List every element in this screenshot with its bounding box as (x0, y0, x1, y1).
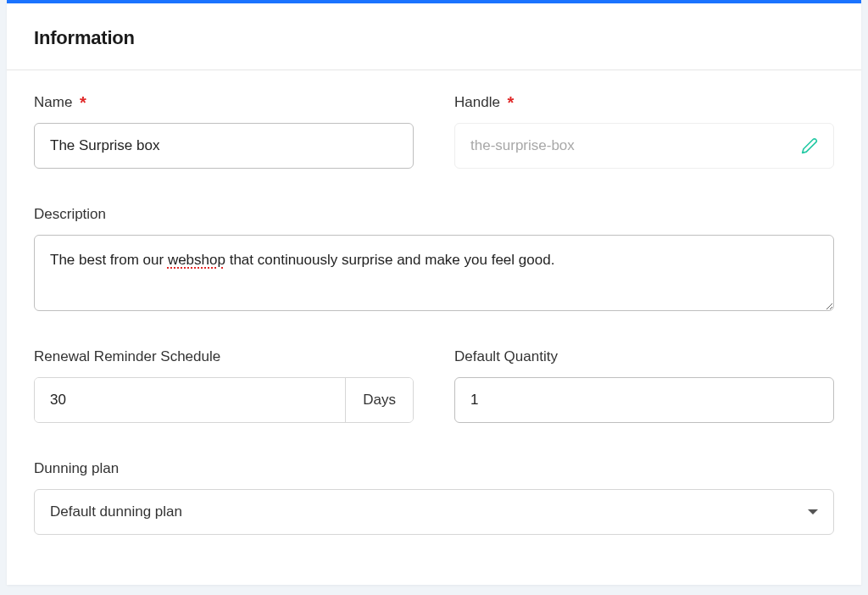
name-label-wrap: Name * (34, 94, 414, 111)
row-dunning: Dunning plan Default dunning plan (34, 460, 834, 535)
section-title: Information (34, 27, 834, 49)
handle-readonly-field: the-surprise-box (454, 123, 834, 169)
name-label: Name (34, 94, 72, 110)
required-mark: * (80, 93, 86, 112)
field-description: Description The best from our webshop th… (34, 206, 834, 311)
row-name-handle: Name * Handle * the-surprise-box (34, 94, 834, 169)
field-handle: Handle * the-surprise-box (454, 94, 834, 169)
field-renewal: Renewal Reminder Schedule Days (34, 348, 414, 423)
renewal-label: Renewal Reminder Schedule (34, 348, 414, 365)
information-card: Information Name * Handle * the-surprise… (7, 0, 861, 585)
dunning-label: Dunning plan (34, 460, 834, 477)
description-label: Description (34, 206, 834, 223)
required-mark: * (508, 93, 515, 112)
handle-label-wrap: Handle * (454, 94, 834, 111)
field-default-quantity: Default Quantity (454, 348, 834, 423)
renewal-input-group: Days (34, 377, 414, 423)
renewal-input[interactable] (35, 378, 345, 422)
description-textarea[interactable]: The best from our webshop that continuou… (34, 235, 834, 311)
description-text-prefix: The best from our (50, 252, 168, 268)
card-body: Name * Handle * the-surprise-box (7, 70, 861, 555)
field-dunning: Dunning plan Default dunning plan (34, 460, 834, 535)
default-quantity-input[interactable] (454, 377, 834, 423)
field-name: Name * (34, 94, 414, 169)
row-renewal-qty: Renewal Reminder Schedule Days Default Q… (34, 348, 834, 423)
row-description: Description The best from our webshop th… (34, 206, 834, 311)
default-quantity-label: Default Quantity (454, 348, 834, 365)
handle-value: the-surprise-box (470, 137, 801, 154)
dunning-selected: Default dunning plan (50, 503, 808, 520)
description-text-suffix: that continuously surprise and make you … (225, 252, 554, 268)
renewal-unit: Days (345, 378, 413, 422)
description-spellcheck-word: webshop (168, 252, 225, 268)
card-header: Information (7, 3, 861, 70)
dunning-select[interactable]: Default dunning plan (34, 489, 834, 535)
name-input[interactable] (34, 123, 414, 169)
caret-down-icon (808, 509, 818, 514)
handle-label: Handle (454, 94, 500, 110)
pencil-icon[interactable] (801, 137, 818, 154)
